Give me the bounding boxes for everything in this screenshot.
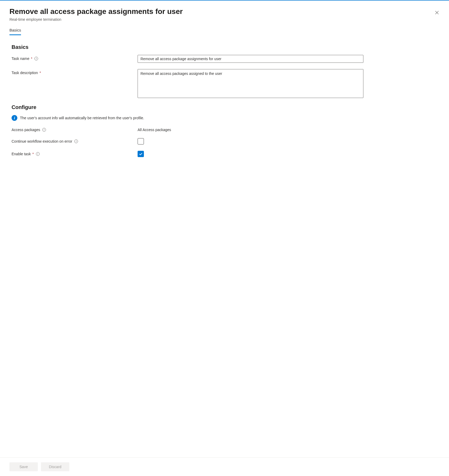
enable-task-label: Enable task <box>12 152 31 156</box>
required-indicator: * <box>32 152 34 156</box>
required-indicator: * <box>39 71 41 75</box>
panel-subtitle: Real-time employee termination <box>9 17 440 22</box>
access-packages-label: Access packages <box>12 128 40 132</box>
info-icon[interactable]: i <box>36 152 40 156</box>
section-heading-basics: Basics <box>12 44 440 50</box>
access-packages-value: All Access packages <box>138 128 171 132</box>
save-button[interactable]: Save <box>9 462 38 471</box>
discard-button[interactable]: Discard <box>41 462 69 471</box>
continue-on-error-checkbox[interactable] <box>138 138 144 144</box>
close-button[interactable] <box>433 8 441 17</box>
tab-basics[interactable]: Basics <box>9 28 21 35</box>
required-indicator: * <box>31 56 32 61</box>
info-icon[interactable]: i <box>34 57 38 60</box>
continue-on-error-label: Continue workflow execution on error <box>12 139 72 143</box>
panel-title: Remove all access package assignments fo… <box>9 7 440 16</box>
task-description-input[interactable] <box>138 69 363 98</box>
task-name-label: Task name <box>12 56 29 61</box>
section-heading-configure: Configure <box>12 104 440 110</box>
enable-task-checkbox[interactable] <box>138 151 144 157</box>
info-banner-icon: i <box>12 115 17 121</box>
info-icon[interactable]: i <box>42 128 46 132</box>
info-banner-text: The user's account info will automatical… <box>20 116 144 120</box>
task-name-input[interactable] <box>138 55 363 63</box>
info-icon[interactable]: i <box>74 139 78 143</box>
task-description-label: Task description <box>12 71 38 75</box>
close-icon <box>435 11 439 15</box>
